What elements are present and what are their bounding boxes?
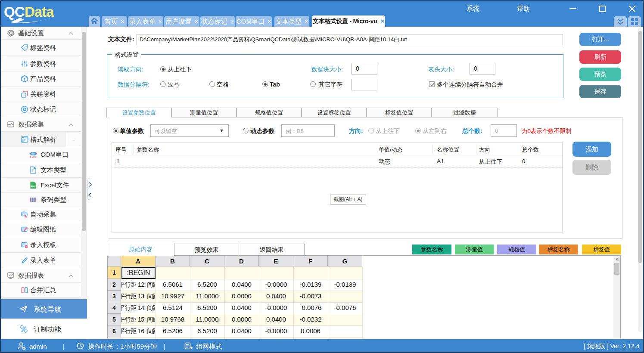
svg-text:QC: QC bbox=[4, 4, 25, 20]
svg-text:RS232: RS232 bbox=[30, 156, 37, 158]
svg-text:Excel: Excel bbox=[31, 185, 35, 187]
svg-text:Data: Data bbox=[25, 4, 54, 20]
